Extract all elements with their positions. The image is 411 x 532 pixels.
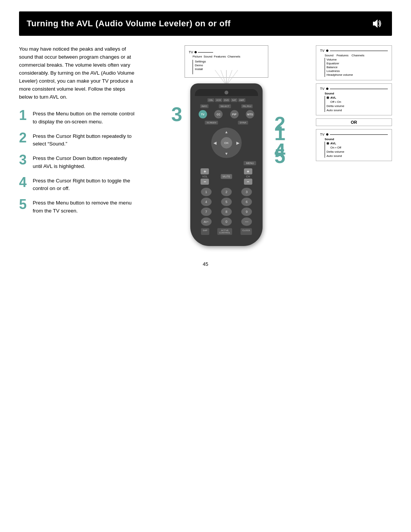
step-3: 3 Press the Cursor Down button repeatedl… bbox=[19, 153, 137, 170]
nav-up-arrow[interactable]: ▲ bbox=[225, 130, 228, 134]
step-overlay-3: 3 bbox=[171, 104, 182, 124]
nav-pad: ▲ ▼ ◀ ▶ OK bbox=[211, 128, 242, 158]
vol-minus-button[interactable]: − bbox=[201, 179, 209, 185]
or-label: OR bbox=[316, 118, 392, 126]
num-8-button[interactable]: 8 bbox=[221, 208, 232, 216]
cbl-button[interactable]: CBL bbox=[207, 98, 214, 102]
number-pad: 1 2 3 4 5 6 7 8 9 AV+ 0 — bbox=[195, 188, 258, 226]
bottom-buttons-row: SAP ACTVECONTROL CLOCK bbox=[195, 228, 258, 235]
step-5-text: Press the Menu button to remove the menu… bbox=[33, 198, 137, 215]
dvd-button[interactable]: DVD bbox=[223, 98, 230, 102]
menu-btn-row: MENU bbox=[195, 161, 258, 165]
vol-plus-button[interactable]: + bbox=[201, 168, 209, 174]
step-2-number: 2 bbox=[19, 131, 30, 145]
ok-label: OK bbox=[224, 141, 229, 145]
mute-button[interactable]: MUTE bbox=[221, 174, 232, 179]
num-6-button[interactable]: 6 bbox=[241, 198, 252, 206]
remote-wrapper: 2 4 3 1 5 bbox=[190, 83, 263, 246]
page-title: Turning the AVL (Audio Volume Leveler) o… bbox=[27, 19, 231, 29]
av-button[interactable]: AV+ bbox=[201, 217, 212, 226]
num-0-button[interactable]: 0 bbox=[221, 217, 232, 226]
nav-down-arrow[interactable]: ▼ bbox=[225, 152, 228, 156]
remote-ir-top bbox=[195, 89, 258, 96]
ir-emitter bbox=[225, 91, 228, 94]
page-number: 45 bbox=[19, 261, 392, 267]
tv-button[interactable]: TV bbox=[199, 110, 207, 118]
pip-button[interactable]: PIP bbox=[230, 110, 239, 118]
vcr-button[interactable]: VCR bbox=[215, 98, 222, 102]
step-5-number: 5 bbox=[19, 198, 30, 211]
amp-button[interactable]: AMP bbox=[238, 98, 245, 102]
step-4-number: 4 bbox=[19, 176, 30, 189]
svg-marker-0 bbox=[373, 19, 378, 28]
vol-group: + VOL − bbox=[201, 168, 209, 185]
menu-screen-avl-off: TV Sound AVL Off • On Delta volume Auto bbox=[316, 83, 392, 115]
menu-screen-avl-on: TV Sound AVL On • Off Delta volume Auto bbox=[316, 129, 392, 161]
num-9-button[interactable]: 9 bbox=[241, 208, 252, 216]
tv-cc-row: TV CC PIP MTS bbox=[195, 110, 258, 118]
mts-button[interactable]: MTS bbox=[246, 110, 254, 118]
sat-button[interactable]: SAT bbox=[231, 98, 237, 102]
num-5-button[interactable]: 5 bbox=[221, 198, 232, 206]
menu-screen-main: TV SoundFeaturesChannels Volume Equalize… bbox=[316, 45, 392, 80]
page-header: Turning the AVL (Audio Volume Leveler) o… bbox=[19, 11, 392, 36]
num-7-button[interactable]: 7 bbox=[201, 208, 212, 216]
nav-left-arrow[interactable]: ◀ bbox=[213, 141, 217, 145]
info-button[interactable]: INFO bbox=[200, 104, 209, 108]
dyna-button[interactable]: DYNA bbox=[238, 121, 248, 125]
step-2-text: Press the Cursor Right button repeatedly… bbox=[33, 131, 137, 148]
select-button[interactable]: SELECT bbox=[219, 104, 231, 108]
nav-outer: ▲ ▼ ◀ ▶ OK bbox=[211, 128, 242, 158]
intro-text: You may have noticed the peaks and valle… bbox=[19, 45, 137, 101]
ch-plus-button[interactable]: + bbox=[244, 168, 252, 174]
page-container: Turning the AVL (Audio Volume Leveler) o… bbox=[0, 0, 411, 532]
screen-button[interactable]: SCREEN bbox=[205, 121, 218, 125]
ch-label: CH bbox=[246, 175, 250, 178]
step-1-text: Press the Menu button on the remote cont… bbox=[33, 109, 137, 126]
step-1-number: 1 bbox=[19, 109, 30, 122]
sap-button[interactable]: SAP bbox=[201, 228, 209, 235]
remote-control: CBL VCR DVD SAT AMP INFO SELECT PIL.PLU bbox=[190, 83, 263, 246]
menu-button[interactable]: MENU bbox=[244, 161, 256, 165]
nav-ok-button[interactable]: OK bbox=[221, 137, 232, 149]
main-content: You may have noticed the peaks and valle… bbox=[19, 45, 392, 246]
num-3-button[interactable]: 3 bbox=[241, 188, 252, 196]
nav-right-arrow[interactable]: ▶ bbox=[236, 141, 239, 145]
center-column: TV PictureSoundFeaturesChannels bbox=[145, 45, 308, 246]
speaker-icon bbox=[369, 16, 384, 31]
vol-ch-row: + VOL − MUTE + CH − bbox=[195, 168, 258, 185]
step-1: 1 Press the Menu button on the remote co… bbox=[19, 109, 137, 126]
right-column: TV SoundFeaturesChannels Volume Equalize… bbox=[316, 45, 392, 246]
ch-minus-button[interactable]: − bbox=[244, 179, 252, 185]
step-overlay-5: 5 bbox=[274, 146, 285, 166]
info-select-row: INFO SELECT PIL.PLU bbox=[195, 104, 258, 108]
clock-button[interactable]: CLOCK bbox=[241, 228, 252, 235]
num-1-button[interactable]: 1 bbox=[201, 188, 212, 196]
step-3-number: 3 bbox=[19, 153, 30, 167]
num-2-button[interactable]: 2 bbox=[221, 188, 232, 196]
pilplu-button[interactable]: PIL.PLU bbox=[241, 104, 253, 108]
dash-button[interactable]: — bbox=[241, 217, 252, 226]
step-4: 4 Press the Cursor Right button to toggl… bbox=[19, 176, 137, 193]
source-buttons-row: CBL VCR DVD SAT AMP bbox=[195, 98, 258, 102]
ch-group: + CH − bbox=[244, 168, 252, 185]
left-column: You may have noticed the peaks and valle… bbox=[19, 45, 137, 246]
step-3-text: Press the Cursor Down button repeatedly … bbox=[33, 153, 137, 170]
active-control-button[interactable]: ACTVECONTROL bbox=[217, 228, 232, 235]
step-4-text: Press the Cursor Right button to toggle … bbox=[33, 176, 137, 193]
cc-button[interactable]: CC bbox=[214, 110, 223, 118]
vol-label: VOL bbox=[202, 175, 207, 178]
num-4-button[interactable]: 4 bbox=[201, 198, 212, 206]
step-2: 2 Press the Cursor Right button repeated… bbox=[19, 131, 137, 148]
step-overlay-1: 1 bbox=[274, 123, 285, 143]
step-5: 5 Press the Menu button to remove the me… bbox=[19, 198, 137, 215]
surr-dyna-row: SCREEN DYNA bbox=[195, 121, 258, 125]
